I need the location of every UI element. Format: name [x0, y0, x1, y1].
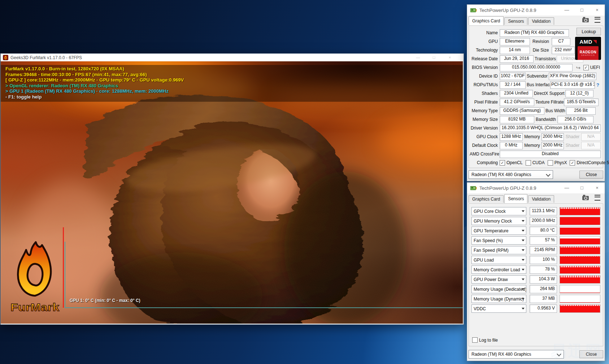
- shaders-field[interactable]: 2304 Unified: [500, 90, 533, 97]
- sensor-value[interactable]: 57 %: [530, 236, 557, 245]
- maximize-icon[interactable]: □: [574, 5, 590, 16]
- pixel-fillrate-field[interactable]: 41.2 GPixel/s: [500, 98, 534, 106]
- amd-radeon-logo: AMD RADEON GRAPHICS: [575, 37, 601, 60]
- sensor-select-fan-speed-rpm[interactable]: Fan Speed (RPM): [471, 246, 526, 254]
- gpuz2-titlebar[interactable]: TechPowerUp GPU-Z 0.8.9 — □ ×: [467, 183, 605, 193]
- sensor-value[interactable]: 2000.0 MHz: [530, 217, 557, 225]
- sensor-select-memory-controller-load[interactable]: Memory Controller Load: [471, 266, 526, 274]
- share-bios-icon[interactable]: ↪: [575, 65, 582, 71]
- tab-validation[interactable]: Validation: [528, 17, 554, 25]
- default-clock-field[interactable]: 0 MHz: [500, 142, 523, 149]
- screenshot-camera-icon[interactable]: [582, 196, 589, 200]
- subvendor-field[interactable]: XFX Pine Group (1682): [549, 73, 596, 80]
- tab-sensors[interactable]: Sensors: [504, 17, 527, 25]
- sensor-value[interactable]: 37 MB: [530, 295, 557, 303]
- gpu-field[interactable]: Ellesmere: [500, 38, 530, 45]
- close-button[interactable]: Close: [579, 171, 603, 179]
- device-id-field[interactable]: 1002 - 67DF: [500, 73, 526, 80]
- tab-sensors[interactable]: Sensors: [504, 194, 527, 203]
- furmark-logo: FurMark: [8, 240, 62, 314]
- physx-checkbox[interactable]: [548, 160, 553, 166]
- uefi-checkbox[interactable]: ✓: [583, 65, 589, 70]
- sensor-select-memory-usage-dynamic[interactable]: Memory Usage (Dynamic): [471, 295, 526, 303]
- sensor-value[interactable]: 0.9563 V: [530, 304, 557, 313]
- texture-fillrate-field[interactable]: 185.5 GTexel/s: [564, 98, 599, 106]
- bios-version-field[interactable]: 015.050.000.000.000000: [500, 64, 573, 71]
- device-select-combo[interactable]: Radeon (TM) RX 480 Graphics: [469, 170, 553, 179]
- minimize-icon[interactable]: —: [559, 5, 574, 16]
- memory-size-field[interactable]: 8192 MB: [500, 116, 534, 123]
- technology-field[interactable]: 14 nm: [500, 47, 530, 54]
- tab-graphics-card[interactable]: Graphics Card: [469, 195, 504, 203]
- bus-interface-field[interactable]: PCI-E 3.0 x16 @ x16 3.0: [550, 81, 595, 89]
- directx-field[interactable]: 12 (12_0): [565, 90, 593, 97]
- computing-label: Computing: [470, 160, 498, 165]
- sensor-select-vddc[interactable]: VDDC: [471, 304, 526, 313]
- close-icon[interactable]: ×: [590, 5, 605, 16]
- opencl-checkbox[interactable]: ✓: [500, 160, 505, 166]
- sensor-select-gpu-memory-clock[interactable]: GPU Memory Clock: [471, 217, 526, 225]
- close-icon[interactable]: ×: [590, 183, 605, 193]
- sensor-row: VDDC 0.9563 V: [469, 304, 603, 313]
- default-clock-shader-field[interactable]: N/A: [581, 142, 601, 149]
- sensor-select-gpu-load[interactable]: GPU Load: [471, 256, 526, 264]
- menu-hamburger-icon[interactable]: [595, 17, 600, 23]
- sensor-value[interactable]: 80.0 °C: [530, 227, 557, 235]
- sensor-graph: [560, 217, 600, 225]
- gpuz1-titlebar[interactable]: TechPowerUp GPU-Z 0.8.9 — □ ×: [467, 5, 605, 16]
- sensor-value[interactable]: 100 %: [530, 256, 557, 264]
- menu-hamburger-icon[interactable]: [595, 195, 600, 201]
- sensor-select-fan-speed-pct[interactable]: Fan Speed (%): [471, 236, 526, 245]
- sensor-select-memory-usage-dedicated[interactable]: Memory Usage (Dedicated): [471, 285, 526, 293]
- default-clock-memory-field[interactable]: 2000 MHz: [541, 142, 564, 149]
- maximize-icon[interactable]: □: [574, 183, 590, 193]
- revision-field[interactable]: C7: [552, 38, 570, 45]
- amd-arrow-icon: [593, 40, 597, 44]
- bandwidth-field[interactable]: 256.0 GB/s: [557, 116, 593, 123]
- sensor-select-gpu-core-clock[interactable]: GPU Core Clock: [471, 207, 526, 215]
- lookup-button[interactable]: Lookup: [577, 28, 601, 35]
- bus-width-field[interactable]: 256 Bit: [566, 107, 596, 115]
- sensor-row: GPU Power Draw 104.3 W: [469, 275, 603, 284]
- driver-version-field[interactable]: 16.200.1035.0 WHQL (Crimson 16.6.2) / Wi…: [500, 124, 601, 132]
- osd-line-opengl-renderer: > OpenGL renderer: Radeon (TM) RX 480 Gr…: [5, 83, 458, 89]
- sensor-value[interactable]: 78 %: [530, 266, 557, 274]
- maximize-icon[interactable]: □: [426, 56, 442, 60]
- sensor-select-gpu-temperature[interactable]: GPU Temperature: [471, 227, 526, 235]
- gpu-clock-field[interactable]: 1288 MHz: [500, 133, 523, 141]
- sensor-value[interactable]: 104.3 W: [530, 275, 557, 284]
- screenshot-camera-icon[interactable]: [582, 18, 589, 22]
- log-to-file-checkbox[interactable]: [472, 337, 478, 343]
- name-field[interactable]: Radeon (TM) RX 480 Graphics: [500, 29, 569, 37]
- bus-interface-help-icon[interactable]: ?: [596, 82, 599, 88]
- gpu-clock-shader-field[interactable]: N/A: [581, 133, 601, 141]
- furmark-titlebar[interactable]: Geeks3D FurMark v1.17.0.0 - 67FPS — □ ×: [1, 54, 464, 61]
- sensor-value[interactable]: 2145 RPM: [530, 246, 557, 254]
- directcompute-checkbox[interactable]: ✓: [570, 160, 575, 166]
- memory-type-field[interactable]: GDDR5 (Samsung): [500, 107, 544, 115]
- sensor-graph: [560, 227, 600, 235]
- release-date-field[interactable]: Jun 29, 2016: [500, 55, 534, 63]
- gpu-clock-memory-field[interactable]: 2000 MHz: [541, 133, 564, 141]
- die-size-field[interactable]: 232 mm²: [552, 47, 575, 54]
- gpu-clock-memory-label: Memory: [524, 134, 540, 139]
- rops-tmus-field[interactable]: 32 / 144: [500, 81, 526, 89]
- device-select-combo[interactable]: Radeon (TM) RX 480 Graphics: [469, 350, 564, 359]
- close-icon[interactable]: ×: [442, 56, 458, 60]
- sensor-value[interactable]: 1123.1 MHz: [530, 207, 557, 215]
- window-gpuz-graphics-card: TechPowerUp GPU-Z 0.8.9 — □ × Graphics C…: [467, 4, 605, 181]
- sensor-graph: [560, 304, 600, 313]
- cuda-checkbox[interactable]: [526, 160, 531, 166]
- osd-line-gpuz-readout: [ GPU-Z ] core:1122MHz - mem:2000MHz - G…: [5, 77, 458, 83]
- sensor-select-gpu-power-draw[interactable]: GPU Power Draw: [471, 275, 526, 284]
- tab-graphics-card[interactable]: Graphics Card: [469, 16, 504, 25]
- minimize-icon[interactable]: —: [559, 183, 574, 193]
- minimize-icon[interactable]: —: [410, 56, 426, 60]
- crossfire-field[interactable]: Disabled: [500, 150, 601, 158]
- osd-line-gpu1-clocks: > GPU 1 (Radeon (TM) RX 480 Graphics) - …: [5, 88, 458, 94]
- cuda-label: CUDA: [532, 160, 545, 165]
- sensor-graph: [560, 275, 600, 284]
- bandwidth-label: Bandwidth: [535, 117, 556, 122]
- sensor-value[interactable]: 264 MB: [530, 285, 557, 293]
- tab-validation[interactable]: Validation: [528, 195, 554, 203]
